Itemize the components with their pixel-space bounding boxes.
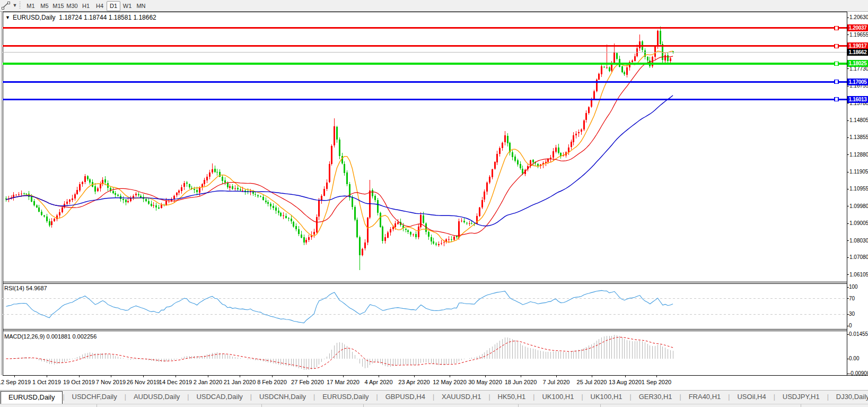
price-axis-tick-label[interactable]: 1.11905 [849,169,868,175]
macd-scale-label[interactable]: -0.00900 [849,370,868,376]
timeframe-button-m1[interactable]: M1 [24,1,38,11]
timeframe-button-m5[interactable]: M5 [38,1,51,11]
status-bar-divider [363,404,364,407]
chart-tab-xauusd-h1[interactable]: XAUUSD,H1 [434,391,488,404]
rsi-indicator-label: RSI(14) 54.9687 [4,285,47,291]
date-axis-label[interactable]: 14 Dec 2019 [159,379,192,385]
chart-tab-uk100-h1[interactable]: UK100,H1 [534,391,581,404]
status-bar-divider [801,404,801,407]
chart-tab-gbpusd-h4[interactable]: GBPUSD,H4 [378,391,433,404]
date-axis-label[interactable]: 17 Mar 2020 [327,379,360,385]
chart-tab-uk100-h1[interactable]: UK100,H1 [583,391,630,404]
rsi-scale-label[interactable]: 0 [849,323,852,328]
price-axis-tick-label[interactable]: 1.13855 [849,134,868,140]
chart-ohlc-values: 1.18724 1.18744 1.18581 1.18662 [59,14,156,21]
chart-tab-usdchf-daily[interactable]: USDCHF,Daily [65,391,125,404]
status-bar-divider [97,404,97,407]
price-level-badge: 1.20037 [847,24,868,31]
chart-tab-usdcad-daily[interactable]: USDCAD,Daily [189,391,250,404]
date-axis-label[interactable]: 18 Jun 2020 [505,379,537,385]
current-price-badge: 1.18662 [847,49,868,56]
chart-title-caret-icon: ▼ [5,15,10,20]
price-axis-tick-label[interactable]: 1.07080 [849,254,868,260]
date-axis-label[interactable]: 26 Nov 2019 [127,379,160,385]
date-axis-label[interactable]: 27 Feb 2020 [291,379,324,385]
line-studies-icon[interactable] [1,1,11,10]
toolbar-dropdown-caret-icon[interactable]: ▼ [12,1,18,10]
status-bar-divider [261,404,262,407]
chart-tab-bar: EURUSD,Daily|USDCHF,Daily|AUDUSD,Daily|U… [0,390,868,404]
trading-terminal: ▼ M1M5M15M30H1H4D1W1MN ▼EURUSD,Daily 1.1… [0,0,868,407]
price-level-badge: 1.16013 [847,96,868,103]
price-axis-tick-label[interactable]: 1.19655 [849,32,868,38]
price-axis-tick-label[interactable]: 1.09980 [849,203,868,209]
date-axis-label[interactable]: 30 May 2020 [468,379,502,385]
date-axis-label[interactable]: 21 Jan 2020 [224,379,256,385]
macd-scale-label[interactable]: 0.00 [849,356,859,361]
price-level-badge: 1.17005 [847,79,868,85]
date-axis-label[interactable]: 1 Sep 2020 [642,379,671,385]
toolbar-drag-handle[interactable] [19,2,21,10]
chart-tab-usoil-h4[interactable]: USOil,H4 [730,391,773,404]
price-axis-tick-label[interactable]: 1.20630 [849,14,868,20]
rsi-line [6,290,673,323]
date-axis-label[interactable]: 12 May 2020 [433,379,467,385]
date-axis-label[interactable]: 8 Feb 2020 [257,379,287,385]
date-axis-label[interactable]: 7 Jul 2020 [543,379,570,385]
price-axis-tick-label[interactable]: 1.14805 [849,117,868,123]
rsi-scale-label[interactable]: 30 [849,311,855,317]
price-axis-tick-label[interactable]: 1.09005 [849,220,868,226]
chart-tab-hk50-h1[interactable]: HK50,H1 [490,391,533,404]
price-axis-tick-label[interactable]: 1.08030 [849,238,868,244]
price-axis-tick-label[interactable]: 1.12880 [849,152,868,158]
date-axis-label[interactable]: 19 Oct 2019 [63,379,95,385]
date-axis-label[interactable]: 1 Oct 2019 [32,379,61,385]
macd-scale-label[interactable]: 0.014556 [849,331,868,337]
macd-indicator-label: MACD(12,26,9) 0.001881 0.002256 [4,333,97,340]
timeframe-button-m15[interactable]: M15 [51,1,65,11]
chart-symbol-label: EURUSD,Daily [13,14,56,21]
timeframe-button-h4[interactable]: H4 [93,1,107,11]
chart-tab-eurusd-daily[interactable]: EURUSD,Daily [1,391,63,404]
chart-tab-audusd-daily[interactable]: AUDUSD,Daily [126,391,187,404]
date-axis-label[interactable]: 13 Aug 2020 [609,379,642,385]
date-axis-label[interactable]: 4 Apr 2020 [364,379,392,385]
timeframe-button-w1[interactable]: W1 [120,1,134,11]
status-bar-divider [518,404,519,407]
status-bar [0,404,868,407]
date-axis-label[interactable]: 7 Nov 2019 [96,379,126,385]
date-axis-label[interactable]: 25 Jul 2020 [577,379,607,385]
chart-tab-usdjpy-h1[interactable]: USDJPY,H1 [775,391,827,404]
rsi-scale-label[interactable]: 70 [849,296,855,301]
timeframe-button-d1[interactable]: D1 [107,1,120,11]
timeframe-button-m30[interactable]: M30 [65,1,79,11]
chart-tab-ger30-h1[interactable]: GER30,H1 [632,391,680,404]
date-axis-label[interactable]: 23 Apr 2020 [398,379,429,385]
timeframe-button-mn[interactable]: MN [134,1,148,11]
chart-tab-fra40-h1[interactable]: FRA40,H1 [681,391,729,404]
price-axis-tick-label[interactable]: 1.06105 [849,272,868,278]
date-axis-label[interactable]: 12 Sep 2019 [0,379,31,385]
chart-tab-dj30-daily[interactable]: DJ30,Daily [829,391,868,404]
chart-canvas[interactable] [0,0,868,407]
price-level-lines [3,26,847,101]
date-axis-label[interactable]: 2 Jan 2020 [194,379,222,385]
rsi-scale-label[interactable]: 100 [849,284,858,290]
status-bar-divider [600,404,601,407]
price-axis-tick-label[interactable]: 1.10955 [849,186,868,192]
macd-histogram [6,335,673,370]
timeframe-toolbar: ▼ M1M5M15M30H1H4D1W1MN [0,0,868,12]
timeframe-button-h1[interactable]: H1 [79,1,93,11]
chart-title: ▼EURUSD,Daily 1.18724 1.18744 1.18581 1.… [5,14,156,21]
chart-tab-eurusd-daily[interactable]: EURUSD,Daily [315,391,376,404]
chart-tab-usdcnh-daily[interactable]: USDCNH,Daily [252,391,313,404]
price-level-badge: 1.18025 [847,60,868,67]
